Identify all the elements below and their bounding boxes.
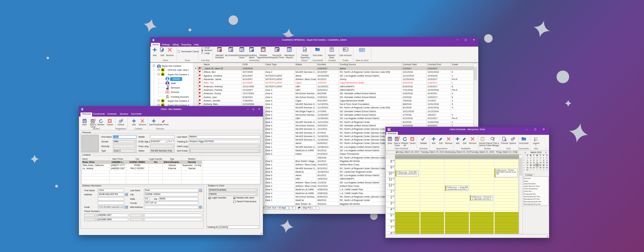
svg-text:$: $ <box>168 97 169 99</box>
